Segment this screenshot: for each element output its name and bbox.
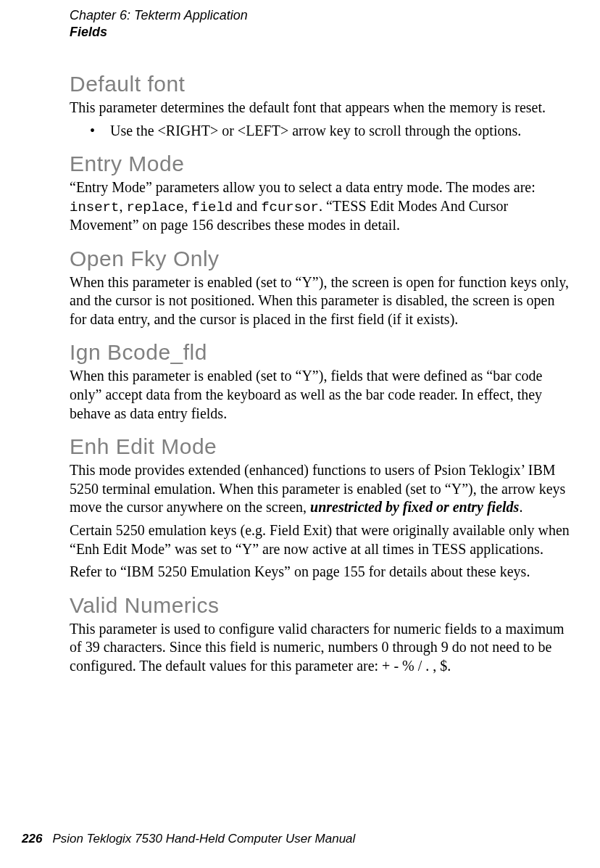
bullet-icon: • [90, 122, 95, 141]
page-footer: 226Psion Teklogix 7530 Hand-Held Compute… [0, 832, 600, 846]
heading-enh-edit-mode: Enh Edit Mode [70, 434, 574, 458]
paragraph: When this parameter is enabled (set to “… [70, 367, 574, 423]
page-header: Chapter 6: Tekterm Application Fields [70, 0, 574, 40]
code-replace: replace [126, 199, 184, 215]
code-fcursor: fcursor [261, 199, 319, 215]
text-run: and [233, 198, 261, 214]
list-item: • Use the <RIGHT> or <LEFT> arrow key to… [70, 122, 574, 141]
heading-open-fky-only: Open Fky Only [70, 247, 574, 270]
header-chapter: Chapter 6: Tekterm Application [70, 7, 574, 24]
heading-ign-bcode-fld: Ign Bcode_fld [70, 340, 574, 364]
emphasis-text: unrestricted by fixed or entry fields [310, 499, 519, 515]
paragraph: This parameter is used to configure vali… [70, 620, 574, 676]
paragraph: Certain 5250 emulation keys (e.g. Field … [70, 521, 574, 558]
header-section: Fields [70, 24, 574, 41]
paragraph: This parameter determines the default fo… [70, 99, 574, 117]
heading-valid-numerics: Valid Numerics [70, 593, 574, 617]
text-run: . [519, 499, 522, 515]
text-run: “Entry Mode” parameters allow you to sel… [70, 179, 536, 195]
text-run: , [184, 198, 191, 214]
list-item-text: Use the <RIGHT> or <LEFT> arrow key to s… [110, 123, 521, 139]
paragraph: Refer to “IBM 5250 Emulation Keys” on pa… [70, 563, 574, 582]
page-content: Default font This parameter determines t… [70, 40, 574, 676]
heading-entry-mode: Entry Mode [70, 152, 574, 175]
paragraph: This mode provides extended (enhanced) f… [70, 461, 574, 517]
footer-text: Psion Teklogix 7530 Hand-Held Computer U… [52, 832, 355, 846]
heading-default-font: Default font [70, 72, 574, 96]
paragraph: When this parameter is enabled (set to “… [70, 273, 574, 329]
text-run: , [119, 198, 126, 214]
page-number: 226 [22, 832, 42, 846]
bullet-list: • Use the <RIGHT> or <LEFT> arrow key to… [70, 122, 574, 141]
paragraph: “Entry Mode” parameters allow you to sel… [70, 178, 574, 235]
page: Chapter 6: Tekterm Application Fields De… [0, 0, 600, 868]
code-field: field [191, 199, 233, 215]
code-insert: insert [70, 199, 119, 215]
